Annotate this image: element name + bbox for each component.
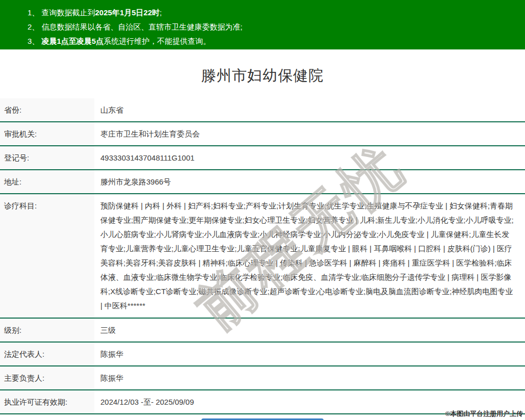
table-row-main-person-in-charge: 主要负责人: 陈振华 [0,366,525,390]
row-label: 省份: [0,98,94,121]
row-value: 预防保健科 | 内科 | 外科 | 妇产科;妇科专业;产科专业;计划生育专业;优… [94,194,525,318]
row-label: 诊疗科目: [0,194,94,318]
row-value: 山东省 [94,98,525,121]
notice-line-3: 3、 凌晨1点至凌晨5点系统进行维护，不能提供查询。 [28,34,520,48]
notice-text: 3、 [28,37,42,45]
table-row-registration-number: 登记号: 49333031437048111G1001 [0,146,525,170]
query-result-page: 1、 查询数据截止到2025年1月5日22时; 2、 信息数据结果以各省、自治区… [0,0,525,420]
upload-credit-watermark: ©本图由平台注册用户上传 [445,409,523,418]
row-value: 陈振华 [94,366,525,389]
table-row-province: 省份: 山东省 [0,98,525,122]
row-value: 三级 [94,319,525,342]
table-row-level: 级别: 三级 [0,319,525,343]
table-row-medical-subjects: 诊疗科目: 预防保健科 | 内科 | 外科 | 妇产科;妇科专业;产科专业;计划… [0,194,525,319]
row-label: 地址: [0,170,94,193]
row-label: 审批机关: [0,122,94,145]
notice-text: 2、 信息数据结果以各省、自治区、直辖市卫生健康委数据为准; [28,22,243,31]
row-label: 执业许可证有效期: [0,390,94,413]
notice-text: 1、 查询数据截止到 [28,8,95,17]
row-label: 级别: [0,319,94,342]
row-value: 滕州市龙泉路3966号 [94,170,525,193]
table-row-address: 地址: 滕州市龙泉路3966号 [0,170,525,194]
row-label: 主要负责人: [0,366,94,389]
notice-text: ; [160,8,162,17]
info-table: 省份: 山东省 审批机关: 枣庄市卫生和计划生育委员会 登记号: 4933303… [0,98,525,414]
table-row-legal-representative: 法定代表人: 陈振华 [0,343,525,366]
row-value: 陈振华 [94,343,525,365]
table-row-approval-authority: 审批机关: 枣庄市卫生和计划生育委员会 [0,122,525,146]
row-label: 登记号: [0,146,94,169]
notice-bold-text: 凌晨1点至凌晨5点 [42,37,104,45]
notice-line-2: 2、 信息数据结果以各省、自治区、直辖市卫生健康委数据为准; [28,20,520,34]
notice-text: 系统进行维护，不能提供查询。 [103,37,211,45]
row-value: 49333031437048111G1001 [94,146,525,169]
notice-bar: 1、 查询数据截止到2025年1月5日22时; 2、 信息数据结果以各省、自治区… [0,0,525,49]
page-title: 滕州市妇幼保健院 [0,66,525,86]
notice-bold-text: 2025年1月5日22时 [95,8,160,17]
row-label: 法定代表人: [0,343,94,365]
notice-line-1: 1、 查询数据截止到2025年1月5日22时; [28,6,520,20]
row-value: 枣庄市卫生和计划生育委员会 [94,122,525,145]
